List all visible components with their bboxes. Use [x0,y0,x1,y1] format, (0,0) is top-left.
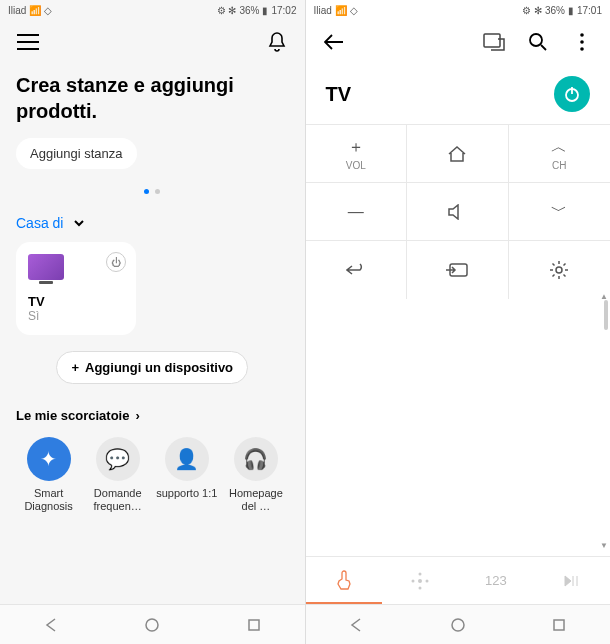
tv-title: TV [326,83,352,106]
wifi-icon: ◇ [44,5,52,16]
status-bar: Iliad 📶 ◇ ⚙ ✻ 36% ▮ 17:01 [306,0,611,20]
app-bar [306,20,611,64]
svg-point-15 [452,619,464,631]
chat-icon: 💬 [96,437,140,481]
svg-point-11 [418,572,421,575]
tv-icon [28,254,64,280]
channel-down-button[interactable]: ﹀ [509,183,611,241]
mute-icon [447,204,467,220]
carrier-label: Iliad [8,5,26,16]
clock: 17:02 [271,5,296,16]
device-power-icon[interactable]: ⏻ [106,252,126,272]
chevron-up-icon: ︿ [551,137,567,158]
tab-number[interactable]: 123 [458,557,534,604]
gear-icon [549,260,569,280]
shortcut-homepage[interactable]: 🎧 Homepage del … [223,437,288,513]
battery-icon: ▮ [262,5,268,16]
plus-icon: ＋ [348,137,364,158]
svg-point-14 [425,579,428,582]
home-dropdown[interactable] [67,214,87,232]
battery-percent: 36% [239,5,259,16]
input-icon [446,263,468,277]
shortcuts-header[interactable]: Le mie scorciatoie › [16,408,289,423]
headset-icon: 🎧 [234,437,278,481]
tab-touch[interactable] [306,557,382,604]
settings-button[interactable] [509,241,611,299]
home-button[interactable] [407,125,509,183]
volume-down-button[interactable]: — [306,183,408,241]
nav-recent[interactable] [203,605,305,644]
play-icon [563,574,581,588]
tab-dpad[interactable] [382,557,458,604]
android-nav [306,604,611,644]
svg-point-0 [146,619,158,631]
dpad-icon [410,571,430,591]
bell-icon[interactable] [265,30,289,54]
page-title: Crea stanze e aggiungi prodotti. [16,72,289,124]
chevron-right-icon: › [135,408,139,423]
home-selector[interactable]: Casa di [16,214,289,232]
tv-header: TV [306,64,611,124]
back-button[interactable] [306,241,408,299]
search-icon[interactable] [526,30,550,54]
battery-percent: 36% [545,5,565,16]
nav-back[interactable] [0,605,102,644]
channel-up-button[interactable]: ︿ CH [509,125,611,183]
minus-icon: — [348,203,364,221]
svg-point-9 [556,267,562,273]
svg-point-4 [580,33,584,37]
shortcut-support[interactable]: 👤 supporto 1:1 [154,437,219,513]
svg-point-12 [418,586,421,589]
mute-button[interactable] [407,183,509,241]
more-icon[interactable] [570,30,594,54]
volume-up-button[interactable]: ＋ VOL [306,125,408,183]
signal-icon: 📶 [335,5,347,16]
tab-play[interactable] [534,557,610,604]
scrollbar[interactable] [604,300,608,330]
bluetooth-icon: ⚙ ✻ [522,5,542,16]
remote-screen: Iliad 📶 ◇ ⚙ ✻ 36% ▮ 17:01 TV [306,0,611,644]
add-device-button[interactable]: + Aggiungi un dispositivo [56,351,248,384]
add-room-button[interactable]: Aggiungi stanza [16,138,137,169]
device-status: Sì [28,309,124,323]
page-indicator [16,189,289,194]
nav-recent[interactable] [509,605,611,644]
shortcuts-row: ✦ Smart Diagnosis 💬 Domande frequen… 👤 s… [16,437,289,513]
home-screen: Iliad 📶 ◇ ⚙ ✻ 36% ▮ 17:02 Crea stanze e … [0,0,306,644]
bluetooth-icon: ⚙ ✻ [217,5,237,16]
chevron-down-icon: ﹀ [551,201,567,222]
svg-point-10 [418,579,422,583]
cast-icon[interactable] [482,30,506,54]
nav-home[interactable] [407,605,509,644]
status-bar: Iliad 📶 ◇ ⚙ ✻ 36% ▮ 17:02 [0,0,305,20]
menu-icon[interactable] [16,30,40,54]
support-icon: 👤 [165,437,209,481]
device-card-tv[interactable]: ⏻ TV Sì [16,242,136,335]
svg-point-3 [530,34,542,46]
scroll-down-icon[interactable]: ▼ [600,541,608,550]
android-nav [0,604,305,644]
svg-point-5 [580,40,584,44]
bottom-tabs: 123 [306,556,611,604]
shortcut-faq[interactable]: 💬 Domande frequen… [85,437,150,513]
diagnosis-icon: ✦ [27,437,71,481]
svg-point-13 [411,579,414,582]
svg-rect-2 [484,34,500,47]
back-icon[interactable] [322,30,346,54]
shortcut-smart-diagnosis[interactable]: ✦ Smart Diagnosis [16,437,81,513]
svg-rect-1 [249,620,259,630]
app-bar [0,20,305,64]
signal-icon: 📶 [29,5,41,16]
carrier-label: Iliad [314,5,332,16]
svg-rect-16 [554,620,564,630]
input-button[interactable] [407,241,509,299]
clock: 17:01 [577,5,602,16]
return-icon [346,263,366,277]
nav-home[interactable] [102,605,204,644]
nav-back[interactable] [306,605,408,644]
touch-icon [335,570,353,590]
remote-grid: ＋ VOL ︿ CH — ﹀ [306,124,611,299]
battery-icon: ▮ [568,5,574,16]
power-button[interactable] [554,76,590,112]
home-icon [447,145,467,163]
